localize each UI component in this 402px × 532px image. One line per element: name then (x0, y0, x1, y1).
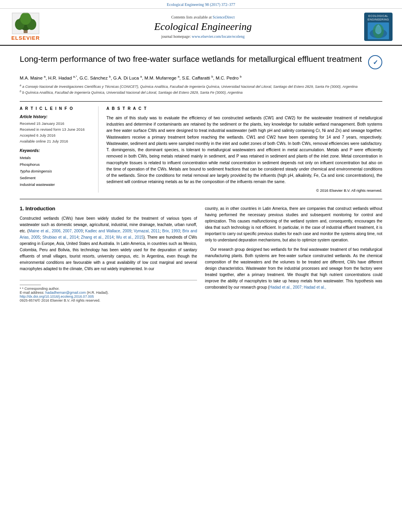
cite-shubiao[interactable]: Shubiao et al., 2014 (43, 235, 78, 239)
authors-line: M.A. Maine a, H.R. Hadad a,*, G.C. Sánch… (20, 75, 382, 80)
body-col-right: country, as in other countries in Latin … (205, 206, 382, 302)
body-two-column: 1. Introduction Constructed wetlands (CW… (20, 206, 382, 302)
body-col-left: 1. Introduction Constructed wetlands (CW… (20, 206, 197, 302)
sciencedirect-link[interactable]: ScienceDirect (212, 15, 234, 19)
cite-zhang[interactable]: Zhang et al., 2014 (81, 235, 114, 239)
journal-homepage: journal homepage: www.elsevier.com/locat… (47, 34, 359, 39)
cite-kadlec[interactable]: Kadlec and Wallace, 2009 (85, 229, 131, 233)
cite-wu[interactable]: Wu et al., 2015 (116, 235, 143, 239)
affiliation-a: a a Consejo Nacional de Investigaciones … (20, 83, 382, 90)
article-info-label: A R T I C L E I N F O (20, 106, 93, 111)
received-date: Received 15 January 2016 (20, 120, 93, 126)
article-info-abstract-section: A R T I C L E I N F O Article history: R… (20, 101, 382, 193)
abstract-column: A B S T R A C T The aim of this study wa… (106, 106, 382, 193)
logo-top-text: ECOLOGICAL ENGINEERING (366, 14, 391, 21)
corresponding-author-note: * * Corresponding author. (20, 287, 197, 291)
online-date: Available online 21 July 2016 (20, 138, 93, 144)
elsevier-tree-icon (12, 13, 39, 34)
keyword-phosphorus: Phosphorus (20, 161, 93, 168)
elsevier-wordmark: ELSEVIER (11, 35, 40, 41)
intro-heading: 1. Introduction (20, 206, 197, 211)
keywords-label: Keywords: (20, 148, 93, 153)
article-title-area: Long-term performance of two free-water … (20, 54, 382, 69)
main-body: 1. Introduction Constructed wetlands (CW… (20, 199, 382, 302)
author-email-link[interactable]: hadadheman@gmail.com (45, 291, 86, 295)
svg-point-4 (20, 13, 31, 25)
abstract-text: The aim of this study was to evaluate th… (106, 115, 382, 185)
keyword-metals: Metals (20, 154, 93, 161)
article-content: Long-term performance of two free-water … (0, 46, 402, 310)
affiliations: a a Consejo Nacional de Investigaciones … (20, 83, 382, 96)
journal-reference: Ecological Engineering 98 (2017) 372–377 (0, 0, 402, 9)
cite-vymazal[interactable]: Vymazal, 2011 (134, 229, 160, 233)
crossmark-badge[interactable] (368, 55, 382, 69)
intro-text-col2-para2: Our research group designed two wetlands… (205, 247, 382, 291)
article-title: Long-term performance of two free-water … (20, 54, 364, 65)
elsevier-logo: ELSEVIER (8, 13, 43, 41)
article-info-column: A R T I C L E I N F O Article history: R… (20, 106, 99, 193)
logo-image (368, 22, 389, 39)
footnote-area: —————— * * Corresponding author. E-mail … (20, 280, 197, 302)
revised-date: Received in revised form 13 June 2016 (20, 126, 93, 132)
keyword-sediment: Sediment (20, 174, 93, 181)
cite-brix-1993[interactable]: Brix, 1993 (162, 229, 180, 233)
keywords-section: Keywords: Metals Phosphorus Typha doming… (20, 148, 93, 188)
homepage-link[interactable]: www.elsevier.com/locate/ecoleng (192, 34, 244, 39)
journal-logo-right: ECOLOGICAL ENGINEERING (363, 13, 394, 41)
article-history-title: Article history: (20, 115, 93, 119)
abstract-label: A B S T R A C T (106, 106, 382, 111)
doi-line[interactable]: http://dx.doi.org/10.1016/j.ecoleng.2016… (20, 295, 197, 298)
intro-text-col2: country, as in other countries in Latin … (205, 206, 382, 243)
affiliation-b: b b Química Analítica, Facultad de Ingen… (20, 89, 382, 96)
journal-header: ELSEVIER Contents lists available at Sci… (0, 9, 402, 46)
article-history: Article history: Received 15 January 201… (20, 115, 93, 145)
eco-engineering-logo: ECOLOGICAL ENGINEERING (364, 13, 393, 41)
journal-center: Contents lists available at ScienceDirec… (47, 15, 359, 39)
accepted-date: Accepted 6 July 2016 (20, 132, 93, 138)
issn-line: 0925-8574/© 2016 Elsevier B.V. All right… (20, 298, 197, 302)
email-footnote: E-mail address: hadadheman@gmail.com (H.… (20, 291, 197, 295)
footnote-separator: —————— (20, 283, 197, 287)
contents-available-label: Contents lists available at ScienceDirec… (47, 15, 359, 19)
keyword-wastewater: Industrial wastewater (20, 181, 93, 188)
intro-text-col1: Constructed wetlands (CWs) have been wid… (20, 215, 197, 272)
keyword-typha: Typha domingensis (20, 168, 93, 174)
abstract-copyright: © 2016 Elsevier B.V. All rights reserved… (106, 188, 382, 193)
journal-title: Ecological Engineering (47, 21, 359, 33)
cite-maine-2006[interactable]: Maine et al., 2006, 2007, 2009 (29, 229, 83, 233)
cite-hadad-2007[interactable]: Hadad et al., 2007; Hadad et al., (269, 285, 326, 289)
